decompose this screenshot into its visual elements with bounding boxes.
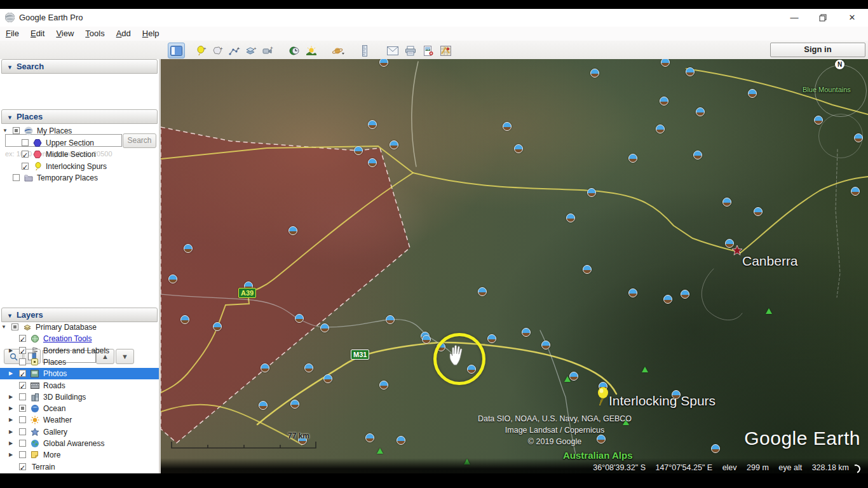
park-triangle-icon[interactable] <box>766 308 772 314</box>
layers-item-photos[interactable]: ▶Photos <box>0 368 159 379</box>
layers-panel-header[interactable]: ▼Layers <box>1 308 158 322</box>
photo-icon[interactable] <box>259 401 268 410</box>
menu-edit[interactable]: Edit <box>25 27 50 40</box>
photo-icon[interactable] <box>478 287 487 296</box>
map-viewport[interactable]: A39M31 CanberraBlue MountainsAustralian … <box>161 59 868 473</box>
historical-imagery-button[interactable] <box>286 43 303 58</box>
sign-in-button[interactable]: Sign in <box>770 43 865 57</box>
checkbox-unchecked[interactable] <box>22 139 29 146</box>
photo-icon[interactable] <box>320 323 329 332</box>
photo-icon[interactable] <box>711 444 720 453</box>
layers-item-weather[interactable]: ▶Weather <box>0 414 159 426</box>
checkbox-checked[interactable] <box>19 335 26 342</box>
expander-open-icon[interactable]: ▼ <box>3 125 8 137</box>
photo-icon[interactable] <box>590 69 599 78</box>
checkbox-unchecked[interactable] <box>19 393 26 400</box>
checkbox-unchecked[interactable] <box>19 440 26 447</box>
menu-view[interactable]: View <box>50 27 79 40</box>
save-image-button[interactable] <box>419 43 437 58</box>
photo-icon[interactable] <box>569 372 578 381</box>
expander-open-icon[interactable]: ▼ <box>1 322 6 333</box>
layers-item-global-awareness[interactable]: ▶Global Awareness <box>0 438 159 449</box>
photo-icon[interactable] <box>693 151 702 159</box>
menu-file[interactable]: File <box>0 27 25 40</box>
photo-icon[interactable] <box>754 207 763 216</box>
checkbox-checked[interactable] <box>22 151 29 158</box>
photo-icon[interactable] <box>583 265 592 274</box>
placemark-pushpin-icon[interactable] <box>595 386 609 407</box>
layers-item-3d-buildings[interactable]: ▶3D Buildings <box>0 391 159 403</box>
photo-icon[interactable] <box>748 89 757 98</box>
places-item-my-places[interactable]: ▼My Places <box>0 125 159 137</box>
photo-icon[interactable] <box>628 288 637 297</box>
checkbox-unchecked[interactable] <box>19 451 26 458</box>
photo-icon[interactable] <box>304 363 313 372</box>
photo-icon[interactable] <box>386 315 395 324</box>
checkbox-checked[interactable] <box>19 370 26 377</box>
photo-icon[interactable] <box>514 144 523 153</box>
photo-icon[interactable] <box>180 315 189 324</box>
checkbox-unchecked[interactable] <box>19 428 26 435</box>
layers-item-borders-and-labels[interactable]: ▶Borders and Labels <box>0 345 159 356</box>
checkbox-partial[interactable] <box>11 323 18 330</box>
minimize-button[interactable]: — <box>780 9 808 27</box>
photo-icon[interactable] <box>656 125 665 133</box>
places-panel-header[interactable]: ▼Places <box>1 109 158 124</box>
photo-icon[interactable] <box>354 146 363 155</box>
add-placemark-button[interactable]: + <box>193 43 210 58</box>
planets-button[interactable] <box>330 43 347 58</box>
places-item-middle-section[interactable]: Middle Section <box>0 149 159 160</box>
add-path-button[interactable]: + <box>226 43 243 58</box>
photo-icon[interactable] <box>541 341 550 349</box>
middle-section-polygon[interactable] <box>161 127 410 443</box>
expander-closed-icon[interactable]: ▶ <box>9 391 13 403</box>
compass-north-badge[interactable]: N <box>835 60 844 69</box>
checkbox-checked[interactable] <box>22 163 29 170</box>
layers-item-roads[interactable]: Roads <box>0 380 159 391</box>
expander-closed-icon[interactable]: ▶ <box>9 414 13 426</box>
places-item-upper-section[interactable]: Upper Section <box>0 137 159 149</box>
photo-icon[interactable] <box>587 188 596 197</box>
search-panel-header[interactable]: ▼Search <box>1 59 158 74</box>
places-item-temporary-places[interactable]: Temporary Places <box>0 172 159 184</box>
photo-icon[interactable] <box>422 335 431 344</box>
expander-closed-icon[interactable]: ▶ <box>9 426 13 438</box>
photo-icon[interactable] <box>261 363 269 372</box>
layers-item-creation-tools[interactable]: Creation Tools <box>0 333 159 344</box>
layers-item-more[interactable]: ▶More <box>0 449 159 461</box>
checkbox-unchecked[interactable] <box>19 416 26 423</box>
expander-closed-icon[interactable]: ▶ <box>9 403 13 414</box>
checkbox-unchecked[interactable] <box>13 174 20 181</box>
move-joystick-ring[interactable] <box>818 114 863 158</box>
toggle-sidebar-button[interactable] <box>168 43 185 58</box>
photo-icon[interactable] <box>295 314 304 323</box>
park-triangle-icon[interactable] <box>377 448 383 454</box>
photo-icon[interactable] <box>522 328 531 337</box>
checkbox-checked[interactable] <box>19 382 26 389</box>
checkbox-partial[interactable] <box>19 405 26 412</box>
photo-icon[interactable] <box>365 433 374 442</box>
view-in-google-maps-button[interactable] <box>437 43 454 58</box>
compass-ring[interactable] <box>815 65 867 117</box>
photo-icon[interactable] <box>628 154 637 163</box>
print-button[interactable] <box>402 43 419 58</box>
layers-item-places[interactable]: Places <box>0 356 159 368</box>
expander-closed-icon[interactable]: ▶ <box>9 368 13 379</box>
checkbox-checked[interactable] <box>19 463 26 470</box>
menu-add[interactable]: Add <box>111 27 137 40</box>
menu-tools[interactable]: Tools <box>79 27 110 40</box>
expander-closed-icon[interactable]: ▶ <box>9 449 13 461</box>
photo-icon[interactable] <box>663 295 672 304</box>
layers-item-ocean[interactable]: ▶Ocean <box>0 403 159 414</box>
photo-icon[interactable] <box>184 244 193 253</box>
photo-icon[interactable] <box>487 334 496 343</box>
record-tour-button[interactable]: + <box>259 43 276 58</box>
photo-icon[interactable] <box>681 290 689 299</box>
photo-icon[interactable] <box>323 374 332 383</box>
photo-icon[interactable] <box>288 226 297 235</box>
photo-icon[interactable] <box>696 107 705 116</box>
park-triangle-icon[interactable] <box>564 376 571 382</box>
photo-icon[interactable] <box>213 322 222 331</box>
photo-icon[interactable] <box>368 158 377 167</box>
photo-icon[interactable] <box>851 187 860 196</box>
